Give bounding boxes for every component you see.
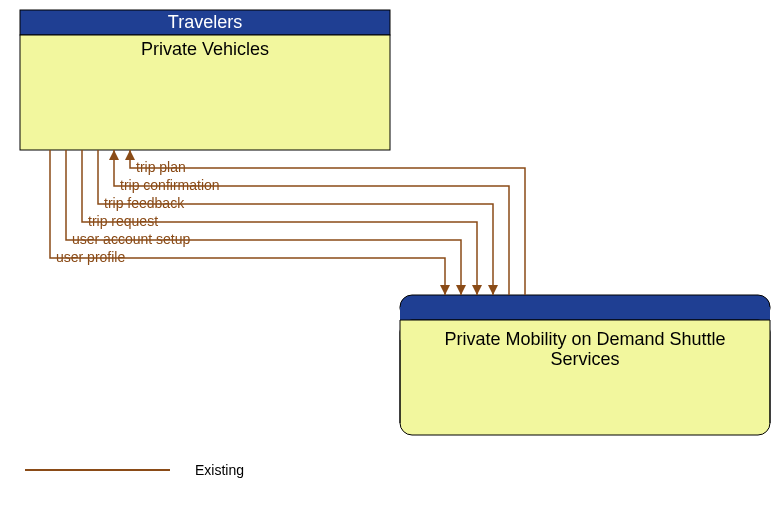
- legend-label-existing: Existing: [195, 462, 244, 478]
- flow-arrow-trip-feedback: [488, 285, 498, 295]
- node-travelers-body-label: Private Vehicles: [141, 39, 269, 59]
- flow-label-trip-plan: trip plan: [136, 159, 186, 175]
- flow-label-user-account-setup: user account setup: [72, 231, 191, 247]
- flow-arrow-trip-plan: [125, 150, 135, 160]
- flow-arrow-user-profile: [440, 285, 450, 295]
- node-travelers-header-label: Travelers: [168, 12, 242, 32]
- node-shuttle-body-label-1: Private Mobility on Demand Shuttle: [444, 329, 725, 349]
- flow-arrow-user-account-setup: [456, 285, 466, 295]
- flow-label-trip-request: trip request: [88, 213, 158, 229]
- flow-label-trip-confirmation: trip confirmation: [120, 177, 220, 193]
- flow-arrow-trip-request: [472, 285, 482, 295]
- flow-label-trip-feedback: trip feedback: [104, 195, 185, 211]
- node-shuttle-body-label-2: Services: [550, 349, 619, 369]
- flow-arrow-trip-confirmation: [109, 150, 119, 160]
- flow-label-user-profile: user profile: [56, 249, 125, 265]
- node-shuttle-header-fill: [400, 307, 770, 320]
